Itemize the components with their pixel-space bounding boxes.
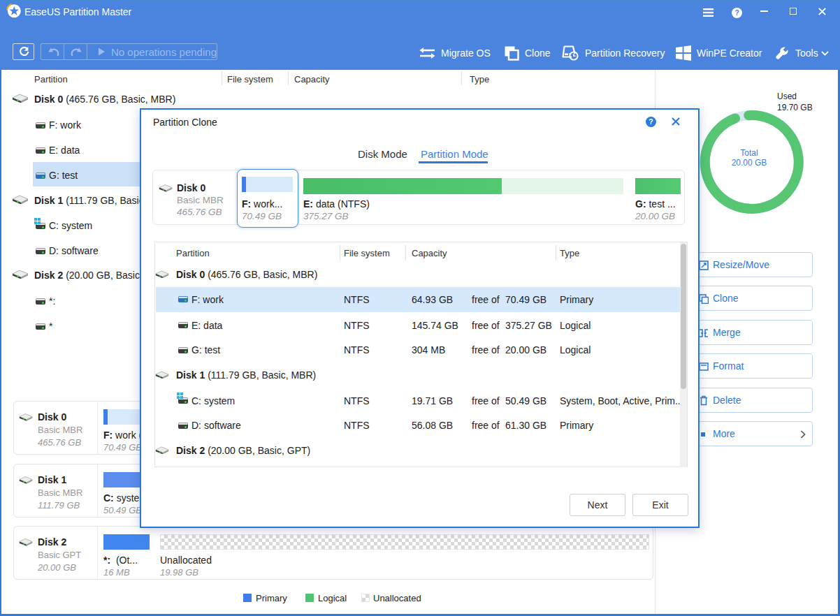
svg-text:?: ? <box>734 9 739 17</box>
svg-text:?: ? <box>649 117 653 126</box>
